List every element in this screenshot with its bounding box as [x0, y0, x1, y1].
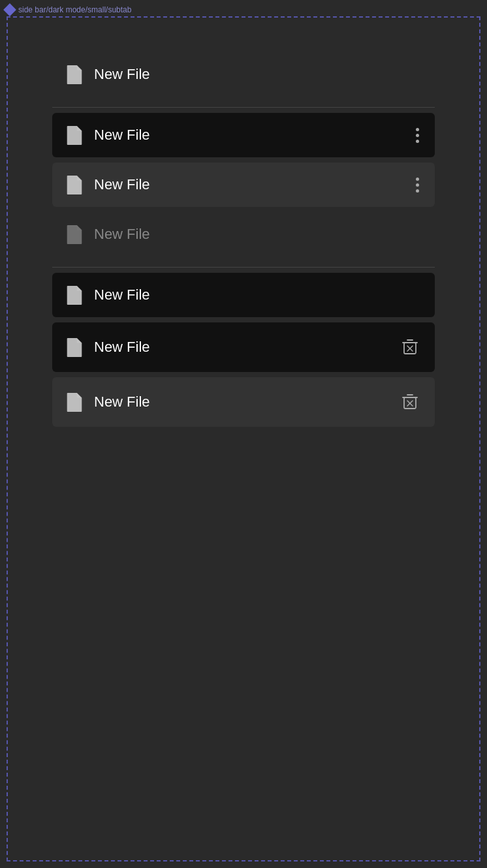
file-icon — [65, 64, 84, 85]
divider — [52, 267, 435, 268]
item-left: New File — [65, 337, 150, 358]
trash-x-icon — [398, 334, 422, 358]
file-icon — [65, 224, 84, 245]
item-left: New File — [65, 224, 150, 245]
item-left: New File — [65, 64, 150, 85]
trash-button[interactable] — [398, 389, 422, 415]
sidebar-item-item-5[interactable]: New File — [52, 273, 435, 317]
sidebar-item-item-1[interactable]: New File — [52, 52, 435, 97]
item-label: New File — [94, 287, 150, 303]
frame: side bar/dark mode/small/subtab New File… — [0, 0, 487, 868]
item-left: New File — [65, 392, 150, 412]
sidebar-item-item-6[interactable]: New File — [52, 322, 435, 372]
more-options-icon[interactable] — [413, 125, 422, 146]
sidebar-item-item-4[interactable]: New File — [52, 212, 435, 256]
item-label: New File — [94, 394, 150, 411]
item-left: New File — [65, 125, 150, 146]
sidebar-item-item-7[interactable]: New File — [52, 377, 435, 427]
trash-button[interactable] — [398, 334, 422, 360]
content-area: New File New File New File New F — [13, 26, 474, 458]
file-icon — [65, 125, 84, 146]
file-icon — [65, 174, 84, 195]
file-icon — [65, 392, 84, 412]
trash-x-icon — [398, 389, 422, 412]
frame-label: side bar/dark mode/small/subtab — [5, 5, 131, 14]
item-label: New File — [94, 226, 150, 243]
diamond-icon — [3, 3, 16, 16]
item-left: New File — [65, 174, 150, 195]
file-icon — [65, 285, 84, 305]
file-icon — [65, 337, 84, 358]
item-label: New File — [94, 127, 150, 144]
item-label: New File — [94, 66, 150, 83]
item-label: New File — [94, 176, 150, 193]
sidebar-item-item-3[interactable]: New File — [52, 163, 435, 207]
sidebar-item-item-2[interactable]: New File — [52, 113, 435, 157]
item-left: New File — [65, 285, 150, 305]
more-options-icon[interactable] — [413, 175, 422, 195]
item-label: New File — [94, 339, 150, 356]
divider — [52, 107, 435, 108]
